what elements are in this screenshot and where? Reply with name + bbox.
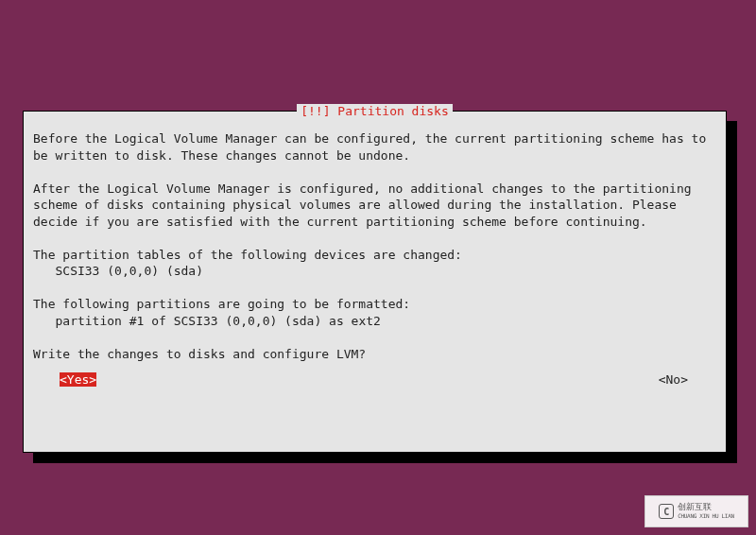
watermark-badge: C 创新互联 CHUANG XIN HU LIAN xyxy=(644,495,748,527)
watermark-icon: C xyxy=(659,504,674,519)
no-button[interactable]: <No> xyxy=(659,372,688,387)
body-para1: Before the Logical Volume Manager can be… xyxy=(33,131,713,163)
yes-button[interactable]: <Yes> xyxy=(60,372,96,387)
confirm-question: Write the changes to disks and configure… xyxy=(33,347,366,361)
partition-disks-dialog: [!!] Partition disks Before the Logical … xyxy=(23,111,727,453)
format-item: partition #1 of SCSI33 (0,0,0) (sda) as … xyxy=(33,314,381,328)
tables-changed-item: SCSI33 (0,0,0) (sda) xyxy=(33,264,203,278)
body-para2: After the Logical Volume Manager is conf… xyxy=(33,181,698,229)
format-header: The following partitions are going to be… xyxy=(33,297,410,311)
dialog-title: [!!] Partition disks xyxy=(297,104,453,118)
watermark-brand-cn: 创新互联 xyxy=(678,502,734,511)
tables-changed-header: The partition tables of the following de… xyxy=(33,248,462,262)
dialog-body: Before the Logical Volume Manager can be… xyxy=(33,130,716,362)
watermark-brand-en: CHUANG XIN HU LIAN xyxy=(678,511,734,521)
